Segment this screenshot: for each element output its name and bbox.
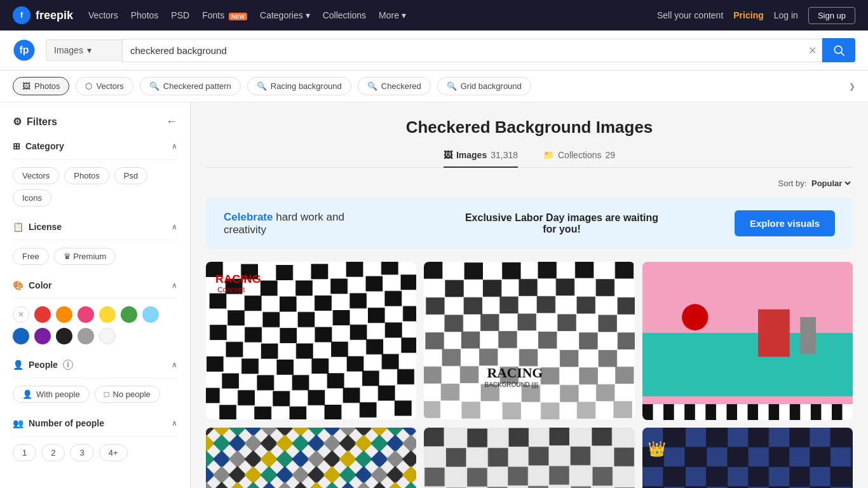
login-link[interactable]: Log in <box>774 10 798 20</box>
people-section-header[interactable]: 👤 People i ∧ <box>13 360 177 377</box>
tab-images[interactable]: 🖼 Images 31,318 <box>444 150 518 168</box>
color-section-header[interactable]: 🎨 Color ∧ <box>13 280 177 298</box>
no-people-btn[interactable]: □ No people <box>95 386 160 403</box>
filter-tag-photos[interactable]: 🖼 Photos <box>13 77 69 95</box>
color-gray[interactable] <box>78 328 94 344</box>
filter-tag-checkered[interactable]: 🔍 Checkered <box>358 77 431 95</box>
number-people-divider <box>13 436 177 437</box>
color-clear[interactable]: ✕ <box>13 306 29 323</box>
nav-fonts[interactable]: Fonts NEW <box>202 10 247 20</box>
category-icons[interactable]: Icons <box>13 189 51 207</box>
people-section: 👤 People i ∧ 👤 With people □ No people <box>13 360 177 403</box>
color-white[interactable] <box>99 328 116 344</box>
search-button[interactable] <box>822 38 855 62</box>
number-people-icon: 👥 <box>13 418 24 428</box>
image-canvas-5 <box>642 428 853 489</box>
sidebar-collapse-button[interactable]: ← <box>166 115 177 128</box>
search-clear-button[interactable]: ✕ <box>803 44 822 57</box>
image-card-2[interactable] <box>642 262 853 420</box>
tab-images-count: 31,318 <box>491 150 518 160</box>
people-info-icon[interactable]: i <box>63 360 73 370</box>
svg-text:fp: fp <box>20 44 29 55</box>
number-2-btn[interactable]: 2 <box>41 444 65 461</box>
category-title: ⊞ Category <box>13 141 64 151</box>
number-4plus-btn[interactable]: 4+ <box>99 444 128 461</box>
promo-left: Celebrate hard work and creativity <box>224 211 389 236</box>
premium-crown-icon: ♛ <box>64 252 71 261</box>
filter-tag-racing-background[interactable]: 🔍 Racing background <box>247 77 351 95</box>
search-input[interactable] <box>123 39 803 62</box>
color-light-blue[interactable] <box>142 306 159 323</box>
search-type-label: Images <box>54 45 83 55</box>
image-card-3[interactable] <box>206 428 416 489</box>
number-3-btn[interactable]: 3 <box>70 444 93 461</box>
signup-button[interactable]: Sign up <box>808 7 855 24</box>
color-yellow[interactable] <box>99 306 116 323</box>
search-input-wrap: ✕ <box>122 39 822 62</box>
image-card-1[interactable] <box>424 262 634 419</box>
people-title: 👤 People i <box>13 360 73 370</box>
color-orange[interactable] <box>56 306 72 323</box>
number-of-people-section: 👥 Number of people ∧ 1 2 3 4+ <box>13 418 177 461</box>
image-canvas-3 <box>206 428 416 489</box>
color-blue[interactable] <box>13 328 29 344</box>
sell-content-link[interactable]: Sell your content <box>657 10 723 20</box>
tab-collections[interactable]: 📁 Collections 29 <box>543 150 615 168</box>
tab-images-icon: 🖼 <box>444 150 452 160</box>
nav-collections[interactable]: Collections <box>323 10 366 20</box>
search-logo: fp <box>13 39 36 62</box>
logo-text: freepik <box>36 9 73 22</box>
number-1-btn[interactable]: 1 <box>13 444 36 461</box>
pricing-link[interactable]: Pricing <box>733 10 763 20</box>
color-pink[interactable] <box>78 306 94 323</box>
category-photos[interactable]: Photos <box>64 167 109 184</box>
image-card-0[interactable] <box>206 262 416 419</box>
promo-highlight: Celebrate <box>224 211 273 223</box>
filter-tag-grid-background[interactable]: 🔍 Grid background <box>437 77 531 95</box>
license-section-header[interactable]: 📋 License ∧ <box>13 222 177 240</box>
nav-psd[interactable]: PSD <box>171 10 189 20</box>
nav-categories[interactable]: Categories ▾ <box>260 10 310 20</box>
image-card-4[interactable] <box>424 428 634 489</box>
search-type-select[interactable]: Images ▾ <box>46 39 122 61</box>
with-people-btn[interactable]: 👤 With people <box>13 386 90 403</box>
category-section-header[interactable]: ⊞ Category ∧ <box>13 141 177 159</box>
sidebar: ⚙ Filters ← ⊞ Category ∧ Vectors Photos … <box>0 102 191 488</box>
image-card-5[interactable] <box>642 428 853 489</box>
with-people-icon: 👤 <box>22 390 32 399</box>
category-chevron: ∧ <box>172 142 177 151</box>
color-red[interactable] <box>34 306 51 323</box>
color-icon: 🎨 <box>13 280 24 290</box>
nav-photos[interactable]: Photos <box>131 10 159 20</box>
explore-visuals-button[interactable]: Explore visuals <box>735 210 835 236</box>
license-premium[interactable]: ♛ Premium <box>54 248 116 265</box>
racing-bg-label: Racing background <box>271 81 342 91</box>
category-vectors[interactable]: Vectors <box>13 167 59 184</box>
color-purple[interactable] <box>34 328 51 344</box>
sort-select[interactable]: Popular Newest <box>809 178 853 189</box>
promo-center-text: Exclusive Labor Day images are waiting f… <box>460 212 663 235</box>
tab-collections-count: 29 <box>605 150 615 160</box>
people-icon: 👤 <box>13 360 24 370</box>
color-swatches: ✕ <box>13 306 177 344</box>
category-icon: ⊞ <box>13 141 20 151</box>
filter-tag-checkered-pattern[interactable]: 🔍 Checkered pattern <box>140 77 241 95</box>
license-tags: Free ♛ Premium <box>13 248 177 265</box>
nav-vectors[interactable]: Vectors <box>88 10 118 20</box>
category-psd[interactable]: Psd <box>114 167 147 184</box>
filter-tag-vectors[interactable]: ⬡ Vectors <box>76 77 133 95</box>
image-canvas-2 <box>642 262 853 420</box>
search-type-chevron: ▾ <box>87 45 92 55</box>
photos-tag-icon: 🖼 <box>22 81 31 91</box>
number-people-section-header[interactable]: 👥 Number of people ∧ <box>13 418 177 436</box>
color-black[interactable] <box>56 328 72 344</box>
license-free[interactable]: Free <box>13 248 49 265</box>
category-divider <box>13 159 177 159</box>
tags-next-chevron[interactable]: ❯ <box>849 82 855 91</box>
tab-collections-icon: 📁 <box>543 150 554 160</box>
filters-title: ⚙ Filters <box>13 116 57 128</box>
color-green[interactable] <box>121 306 137 323</box>
nav-more[interactable]: More ▾ <box>379 10 406 20</box>
color-title: 🎨 Color <box>13 280 52 290</box>
logo[interactable]: f freepik <box>13 6 73 24</box>
